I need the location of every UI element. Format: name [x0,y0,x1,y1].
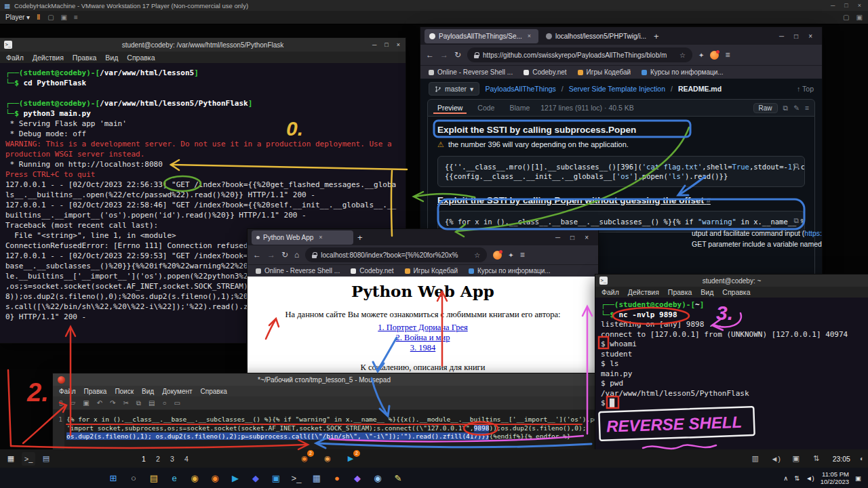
bookmark-item[interactable]: Игры Кодебай [578,68,631,76]
bookmark-item[interactable]: Codeby.net [351,267,393,274]
url-bar[interactable]: localhost:8080/index?book={%%20for%20x% … [305,247,487,262]
steam-icon[interactable]: ◉ [370,470,386,486]
vm-notifications-icon[interactable]: ◐ [860,455,864,462]
menu-edit[interactable]: Правка [84,388,107,395]
notepad-icon[interactable]: ✎ [390,470,406,486]
open-file-icon[interactable]: ▱ [71,399,76,407]
vscode-icon[interactable]: ▣ [268,470,284,486]
minimize-button[interactable]: ─ [372,41,376,48]
back-button[interactable]: ← [253,250,261,260]
vm-tray-volume-icon[interactable]: ◄) [769,452,783,466]
tab-localhost-phptwig[interactable]: localhost/lesson5/PHPTwig/i... × [541,29,650,43]
menu-file[interactable]: Файл [6,54,24,62]
telegram-app-icon[interactable]: ▶2 [344,452,357,466]
extension-fox-icon[interactable] [493,251,502,260]
firefox-app-icon[interactable]: ◉ [321,452,334,466]
tab-close-icon[interactable]: × [528,33,531,39]
copy-icon[interactable]: ⧉ [136,399,141,407]
close-button[interactable]: × [858,2,861,9]
menu-edit[interactable]: Правка [73,54,96,62]
workspace-1[interactable]: 1 [140,455,148,463]
new-file-icon[interactable]: ▯ [59,399,63,407]
menu-help[interactable]: Справка [201,388,227,395]
back-button[interactable]: ← [426,50,434,60]
tab-python-web-app[interactable]: Python Web App × [252,230,353,245]
undo-icon[interactable]: ↶ [97,399,102,407]
tab-close-icon[interactable]: × [319,234,322,241]
paste-icon[interactable]: ▤ [149,399,155,407]
mousepad-editor[interactable]: 1 {% for x in ().__class__.__base__.__su… [53,410,595,449]
clock[interactable]: 11:05 PM 10/2/2023 [821,470,849,485]
forward-button[interactable]: → [440,50,448,60]
url-bar[interactable]: https://github.com/swisskyrepo/PayloadsA… [467,47,692,62]
book-link-1[interactable]: 1. Портрет Дориана Грея [248,323,598,333]
terminal-launcher-icon[interactable]: >_ [22,452,35,466]
tray-network-icon[interactable]: ⇅ [794,474,800,482]
app-menu-icon[interactable]: ▦ [4,452,18,466]
minimize-button[interactable]: ─ [555,234,560,241]
menu-hamburger-icon[interactable]: ≡ [725,50,730,60]
menu-hamburger-icon[interactable]: ≡ [520,250,525,260]
maximize-button[interactable]: □ [844,2,848,9]
suspend-vm-button[interactable]: ‖ [37,14,41,21]
menu-document[interactable]: Документ [162,388,192,395]
save-file-icon[interactable]: ▣ [83,399,89,407]
bookmark-item[interactable]: Игры Кодебай [405,267,458,274]
menu-view[interactable]: Вид [701,288,713,296]
fullscreen-button[interactable]: ▣ [856,14,863,21]
menu-help[interactable]: Справка [722,288,750,296]
section-heading-popen-offset[interactable]: Exploit the SSTI by calling Popen withou… [437,195,805,205]
vm-tray-network-icon[interactable]: ⇅ [810,452,823,466]
payload-text[interactable]: {% for x in ().__class__.__base__.__subc… [66,410,595,449]
mousepad-titlebar[interactable]: *~/Рабочий стол/tmp_lesson_5 - Mousepad [53,373,595,386]
close-button[interactable]: × [397,41,400,48]
copy-code-icon[interactable]: ⧉ [794,216,800,225]
maximize-button[interactable]: □ [384,41,388,48]
unity-mode-button[interactable]: ▢ [843,14,849,21]
redo-icon[interactable]: ↷ [110,399,115,407]
bookmark-star-icon[interactable]: ☆ [679,52,686,59]
burp-icon[interactable]: ● [329,470,345,486]
copy-code-icon[interactable]: ⧉ [794,161,800,170]
close-button[interactable]: × [585,234,589,241]
minimize-button[interactable]: ─ [831,2,835,9]
edit-file-icon[interactable]: ✎ [793,104,800,112]
menu-file[interactable]: Файл [601,288,619,296]
menu-actions[interactable]: Действия [33,54,64,62]
vm-tray-notifications-icon[interactable]: ▣ [789,452,803,466]
bookmark-item[interactable]: Курсы по информаци... [642,68,724,76]
minimize-button[interactable]: ─ [779,33,784,40]
code-block-subprocess[interactable]: ⧉{{''.__class__.mro()[1].__subclasses__(… [437,156,805,187]
telegram-icon[interactable]: ▶ [227,470,243,486]
menu-view[interactable]: Вид [105,54,118,62]
tray-volume-icon[interactable]: ◄) [806,474,814,482]
maximize-button[interactable]: □ [570,234,574,241]
reload-button[interactable]: ↻ [281,250,288,260]
menu-search[interactable]: Поиск [115,388,134,395]
raw-button[interactable]: Raw [753,103,778,113]
firefox-icon[interactable]: ◉ [207,470,223,486]
tray-caret-icon[interactable]: ∧ [783,474,788,482]
terminal-icon[interactable]: >_ [288,470,304,486]
workspace-3[interactable]: 3 [168,455,176,463]
home-button[interactable]: ⌂ [294,250,299,260]
copy-file-icon[interactable]: ⧉ [783,104,789,113]
new-tab-button[interactable]: + [654,31,659,41]
outline-icon[interactable]: ≡ [805,104,809,112]
bookmark-item[interactable]: Online - Reverse Shell ... [256,267,340,274]
vm-settings-button[interactable]: ▣ [61,14,67,21]
files-launcher-icon[interactable]: ▤ [39,452,53,466]
bookmark-item[interactable]: Online - Reverse Shell ... [429,68,513,76]
player-menu[interactable]: Player ▾ [5,14,30,21]
cut-icon[interactable]: ✂ [123,399,128,407]
reload-button[interactable]: ↻ [454,50,461,60]
menu-help[interactable]: Справка [127,54,155,62]
book-link-3[interactable]: 3. 1984 [248,343,598,353]
menu-edit[interactable]: Правка [668,288,692,296]
branch-selector[interactable]: master ▾ [429,82,479,96]
terminal2-titlebar[interactable]: >_ student@codeby: ~ [595,274,868,287]
edge-icon[interactable]: e [166,470,182,486]
extensions-puzzle-icon[interactable]: ✦ [508,251,513,259]
bookmark-item[interactable]: Курсы по информаци... [469,267,551,274]
chrome-icon[interactable]: ◉ [186,470,203,486]
